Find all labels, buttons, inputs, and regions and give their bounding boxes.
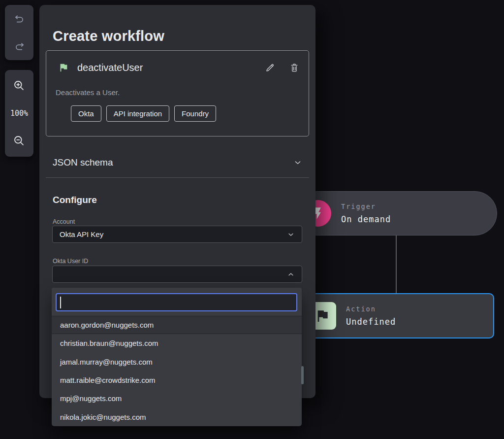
page-title: Create workflow [53, 28, 164, 44]
workflow-name: deactivateUser [77, 62, 143, 73]
card-header: deactivateUser [58, 62, 301, 73]
chevron-up-icon [287, 270, 295, 278]
scrollbar-thumb[interactable] [301, 366, 304, 384]
action-kind-label: Action [346, 305, 396, 313]
list-item[interactable]: mpj@nuggets.com [52, 389, 302, 407]
node-connector-line [396, 236, 397, 293]
tag-list: OktaAPI integrationFoundry [71, 105, 216, 122]
action-value-label: Undefined [346, 317, 396, 327]
configure-heading: Configure [53, 195, 97, 205]
okta-user-id-label: Okta User ID [53, 258, 88, 265]
json-schema-toggle[interactable]: JSON schema [53, 156, 302, 169]
action-text: Action Undefined [346, 305, 396, 327]
undo-icon [14, 13, 25, 25]
zoom-level-label: 100% [10, 109, 28, 118]
workflow-description: Deactivates a User. [56, 88, 120, 97]
text-cursor [60, 297, 61, 308]
user-id-dropdown: aaron.gordon@nuggets.comchristian.braun@… [52, 288, 302, 426]
account-select[interactable]: Okta API Key [52, 226, 302, 243]
redo-button[interactable] [9, 36, 30, 56]
trash-icon [289, 63, 299, 72]
chevron-down-icon [287, 231, 295, 238]
history-toolbar [5, 5, 33, 60]
chevron-down-icon [293, 158, 302, 167]
zoom-toolbar: 100% [5, 70, 33, 157]
section-divider [46, 177, 309, 178]
edit-button[interactable] [263, 61, 276, 74]
workflow-canvas: Trigger On demand Action Undefined [0, 0, 504, 439]
account-select-value: Okta API Key [60, 230, 103, 238]
undo-button[interactable] [9, 9, 30, 29]
workflow-summary-card: deactivateUser [46, 50, 309, 136]
trigger-text: Trigger On demand [341, 203, 391, 224]
trigger-value-label: On demand [341, 214, 391, 224]
pencil-icon [265, 63, 275, 73]
flag-icon [315, 308, 330, 324]
tag-foundry[interactable]: Foundry [174, 105, 216, 122]
okta-user-id-select[interactable] [52, 266, 302, 283]
trigger-node[interactable]: Trigger On demand [294, 191, 497, 236]
account-label: Account [53, 218, 75, 225]
list-item[interactable]: nikola.jokic@nuggets.com [52, 407, 302, 426]
dropdown-search-input[interactable] [56, 293, 297, 311]
tag-api-integration[interactable]: API integration [106, 105, 169, 122]
list-item[interactable]: matt.raible@crowdstrike.com [52, 371, 302, 389]
zoom-in-button[interactable] [9, 76, 30, 96]
zoom-out-icon [13, 135, 26, 147]
trigger-kind-label: Trigger [341, 203, 391, 210]
delete-button[interactable] [288, 61, 301, 74]
flag-icon [58, 62, 69, 73]
list-item[interactable]: jamal.murray@nuggets.com [52, 353, 302, 371]
zoom-out-button[interactable] [9, 131, 30, 151]
tag-okta[interactable]: Okta [71, 105, 101, 122]
list-item[interactable]: christian.braun@nuggets.com [52, 334, 302, 352]
dropdown-options: aaron.gordon@nuggets.comchristian.braun@… [52, 316, 302, 426]
action-node[interactable]: Action Undefined [294, 293, 494, 338]
list-item[interactable]: aaron.gordon@nuggets.com [52, 316, 302, 334]
json-schema-label: JSON schema [53, 157, 113, 168]
redo-icon [14, 41, 25, 52]
zoom-in-icon [13, 79, 26, 92]
